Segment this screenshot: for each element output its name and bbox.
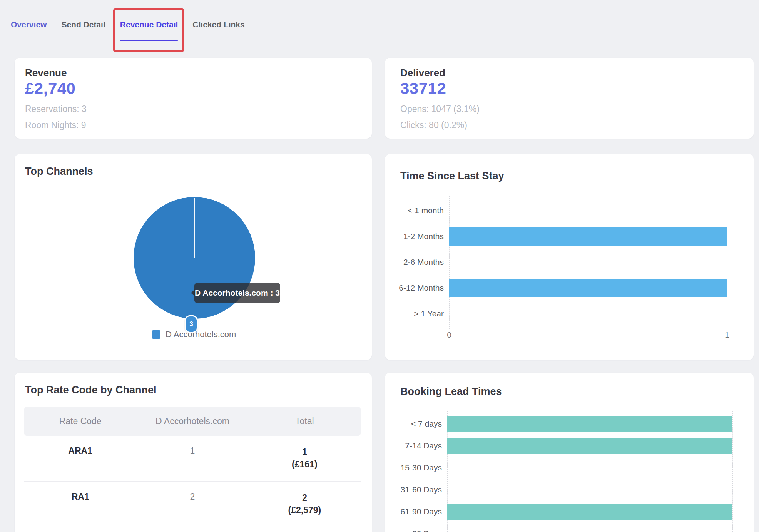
channel-count-cell: 2 [136, 492, 248, 516]
rate-code-cell: RA1 [24, 492, 136, 516]
category-label: > 90 Days [385, 529, 447, 532]
revenue-card: Revenue £2,740 Reservations: 3 Room Nigh… [15, 58, 372, 139]
bar-track [447, 435, 732, 457]
category-label: 31-60 Days [385, 485, 447, 494]
pie-legend-item[interactable]: D Accorhotels.com [152, 330, 236, 340]
category-label: 7-14 Days [385, 441, 447, 450]
table-row: RA1 2 2 (£2,579) [24, 482, 361, 527]
tab-revenue-detail-label: Revenue Detail [120, 20, 178, 29]
bar[interactable] [447, 438, 732, 454]
delivered-card: Delivered 33712 Opens: 1047 (3.1%) Click… [385, 58, 754, 139]
chart-row: > 1 Year [385, 301, 727, 326]
delivered-value: 33712 [400, 79, 446, 98]
pie-tooltip: D Accorhotels.com : 3 [194, 283, 280, 303]
category-label: 2-6 Months [385, 258, 449, 267]
chart-row: 6-12 Months [385, 275, 727, 301]
booking-lead-times-card: Booking Lead Times < 7 days 7-14 Days 15… [385, 373, 754, 532]
pie-tooltip-text: D Accorhotels.com : 3 [195, 288, 280, 298]
time-since-last-stay-card: Time Since Last Stay < 1 month 1-2 Month… [385, 154, 754, 360]
chart-row: < 1 month [385, 197, 727, 223]
category-label: > 1 Year [385, 309, 449, 318]
total-cell: 2 (£2,579) [249, 492, 361, 516]
bar[interactable] [449, 279, 727, 297]
rate-code-cell: ARA1 [24, 446, 136, 470]
category-label: < 7 days [385, 419, 447, 428]
category-label: < 1 month [385, 206, 449, 215]
top-channels-card: Top Channels D Accorhotels.com : 3 3 D A… [15, 154, 372, 360]
revenue-card-title: Revenue [25, 67, 67, 79]
bar[interactable] [449, 227, 727, 246]
revenue-room-nights: Room Nights: 9 [25, 120, 86, 130]
tab-bar: Overview Send Detail Revenue Detail Clic… [0, 0, 759, 57]
revenue-value: £2,740 [25, 79, 75, 98]
total-cell: 1 (£161) [249, 446, 361, 470]
bar-track [449, 223, 727, 249]
chart-row: < 7 days [385, 413, 732, 435]
total-count: 1 [249, 446, 361, 458]
x-axis-tick-1: 1 [725, 330, 729, 340]
bar-track [449, 275, 727, 301]
bar-track [449, 249, 727, 275]
delivered-opens: Opens: 1047 (3.1%) [400, 104, 480, 114]
chart-row: 7-14 Days [385, 435, 732, 457]
x-axis-tick-0: 0 [447, 330, 451, 340]
tab-send-detail[interactable]: Send Detail [61, 20, 105, 29]
dashboard-page: Overview Send Detail Revenue Detail Clic… [0, 0, 759, 532]
gridline-right [732, 411, 733, 532]
rate-code-table-card: Top Rate Code by Channel Rate Code D Acc… [15, 373, 372, 532]
gridline-right [727, 196, 727, 329]
tabbar-divider [11, 42, 751, 42]
bar-track [447, 413, 732, 435]
total-amount: (£161) [249, 458, 361, 470]
tab-overview[interactable]: Overview [11, 20, 47, 29]
table-row: ARA1 1 1 (£161) [24, 436, 361, 482]
bar-track [447, 522, 732, 532]
delivered-card-title: Delivered [400, 67, 445, 79]
category-label: 61-90 Days [385, 507, 447, 516]
chart-row: 2-6 Months [385, 249, 727, 275]
table-header-row: Rate Code D Accorhotels.com Total [24, 407, 361, 436]
bar-track [449, 197, 727, 223]
bar-track [447, 478, 732, 500]
total-count: 2 [249, 492, 361, 504]
chart-row: 15-30 Days [385, 457, 732, 478]
table-header-total: Total [249, 416, 361, 427]
bar-track [447, 457, 732, 478]
table-header-rate-code: Rate Code [24, 416, 136, 427]
legend-label: D Accorhotels.com [166, 330, 236, 340]
tab-revenue-detail[interactable]: Revenue Detail [120, 20, 178, 29]
category-label: 1-2 Months [385, 232, 449, 241]
bar[interactable] [447, 504, 732, 520]
category-label: 15-30 Days [385, 463, 447, 472]
top-channels-title: Top Channels [25, 166, 93, 177]
chart-row: 61-90 Days [385, 500, 732, 522]
bar[interactable] [447, 416, 732, 432]
total-amount: (£2,579) [249, 504, 361, 516]
booking-lead-times-title: Booking Lead Times [400, 386, 502, 398]
tsls-rows: < 1 month 1-2 Months 2-6 Months 6-12 Mon… [385, 197, 727, 326]
rate-code-table-title: Top Rate Code by Channel [25, 384, 157, 396]
category-label: 6-12 Months [385, 283, 449, 293]
annotation-red-box [113, 8, 184, 52]
chart-row: 1-2 Months [385, 223, 727, 249]
legend-swatch [152, 330, 160, 339]
channel-count-cell: 1 [136, 446, 248, 470]
time-since-last-stay-title: Time Since Last Stay [400, 170, 504, 182]
revenue-reservations: Reservations: 3 [25, 104, 87, 114]
bar-track [449, 301, 727, 326]
chart-row: > 90 Days [385, 522, 732, 532]
table-body: ARA1 1 1 (£161) RA1 2 2 (£2,579) [24, 436, 361, 527]
delivered-clicks: Clicks: 80 (0.2%) [400, 120, 467, 130]
blt-rows: < 7 days 7-14 Days 15-30 Days 31-60 Days… [385, 413, 732, 532]
active-tab-underline [120, 40, 178, 41]
table-header-channel: D Accorhotels.com [136, 416, 248, 427]
bar-track [447, 500, 732, 522]
chart-row: 31-60 Days [385, 478, 732, 500]
tab-clicked-links[interactable]: Clicked Links [192, 20, 244, 29]
